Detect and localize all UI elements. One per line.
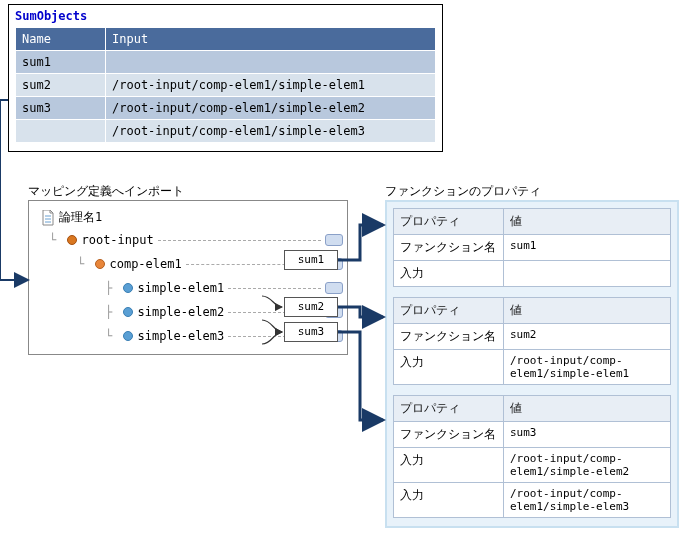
prop-table-sum2: プロパティ値 ファンクション名sum2 入力/root-input/comp-e… [393,297,671,385]
document-icon [41,210,55,226]
prop-table-sum1: プロパティ値 ファンクション名sum1 入力 [393,208,671,287]
sum-objects-title: SumObjects [15,7,436,27]
properties-label: ファンクションのプロパティ [385,183,541,200]
tree-root-row: 論理名1 [33,209,343,226]
tree-item-root: └ root-input [33,228,343,252]
element-simple-icon [122,282,134,294]
function-sum2[interactable]: sum2 [284,297,338,317]
function-sum3[interactable]: sum3 [284,322,338,342]
table-row: sum2/root-input/comp-elem1/simple-elem1 [16,74,436,97]
sum-objects-panel: SumObjects Name Input sum1 sum2/root-inp… [8,4,443,152]
table-row: sum1 [16,51,436,74]
output-port[interactable] [325,282,343,294]
table-row: sum3/root-input/comp-elem1/simple-elem2 [16,97,436,120]
mapping-label: マッピング定義へインポート [28,183,184,200]
element-simple-icon [122,306,134,318]
table-row: /root-input/comp-elem1/simple-elem3 [16,120,436,143]
logical-name: 論理名1 [59,209,102,226]
prop-table-sum3: プロパティ値 ファンクション名sum3 入力/root-input/comp-e… [393,395,671,518]
element-root-icon [66,234,78,246]
properties-panel: プロパティ値 ファンクション名sum1 入力 プロパティ値 ファンクション名su… [385,200,679,528]
output-port[interactable] [325,234,343,246]
element-comp-icon [94,258,106,270]
col-input: Input [106,28,436,51]
col-name: Name [16,28,106,51]
sum-objects-table: Name Input sum1 sum2/root-input/comp-ele… [15,27,436,143]
element-simple-icon [122,330,134,342]
function-sum1[interactable]: sum1 [284,250,338,270]
